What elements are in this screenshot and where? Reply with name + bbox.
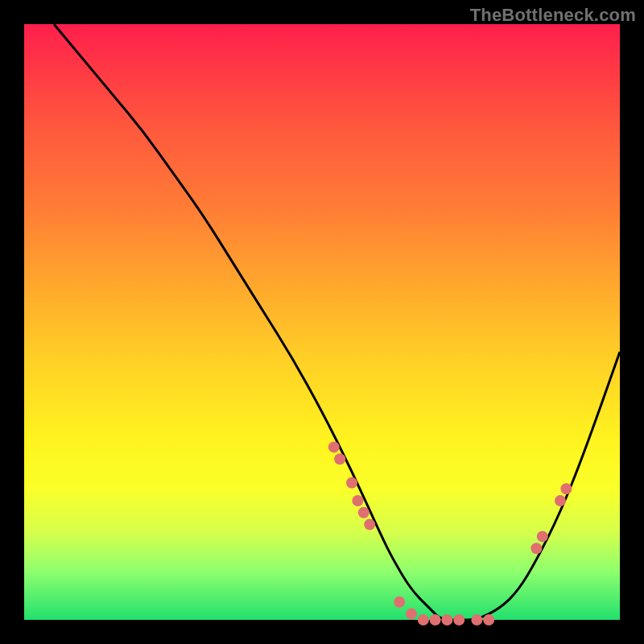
plot-area <box>24 24 620 620</box>
watermark-text: TheBottleneck.com <box>470 5 636 26</box>
chart-frame <box>24 24 620 620</box>
heat-gradient <box>24 24 620 620</box>
